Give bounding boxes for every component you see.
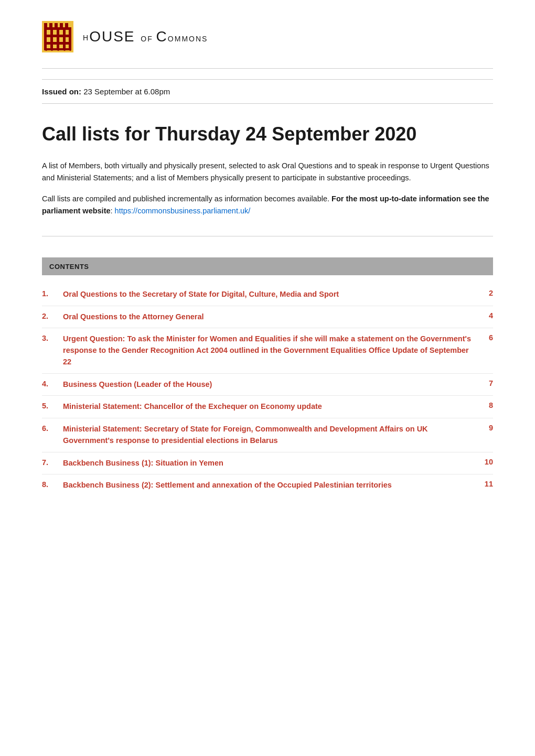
contents-num-2: 2. bbox=[42, 311, 63, 320]
svg-rect-3 bbox=[55, 23, 58, 27]
svg-point-16 bbox=[51, 49, 53, 51]
contents-title-2[interactable]: Oral Questions to the Attorney General bbox=[63, 311, 477, 323]
contents-section: CONTENTS 1. Oral Questions to the Secret… bbox=[42, 257, 493, 496]
contents-row-1: 1. Oral Questions to the Secretary of St… bbox=[42, 284, 493, 306]
svg-point-18 bbox=[63, 49, 66, 51]
svg-rect-5 bbox=[65, 23, 68, 27]
issued-value: 23 September at 6.08pm bbox=[83, 87, 170, 96]
contents-title-7[interactable]: Backbench Business (1): Situation in Yem… bbox=[63, 458, 477, 469]
house-of-commons-logo bbox=[42, 21, 73, 52]
contents-row-7: 7. Backbench Business (1): Situation in … bbox=[42, 452, 493, 475]
contents-page-3: 6 bbox=[477, 333, 493, 342]
description-1: A list of Members, both virtually and ph… bbox=[42, 160, 493, 184]
svg-rect-2 bbox=[49, 23, 52, 27]
contents-page-4: 7 bbox=[477, 379, 493, 387]
section-divider bbox=[42, 236, 493, 236]
description-2: Call lists are compiled and published in… bbox=[42, 193, 493, 217]
issued-section: Issued on: 23 September at 6.08pm bbox=[42, 79, 493, 104]
svg-rect-1 bbox=[44, 23, 47, 27]
contents-title-1[interactable]: Oral Questions to the Secretary of State… bbox=[63, 289, 477, 300]
svg-rect-4 bbox=[60, 23, 63, 27]
header-divider bbox=[42, 68, 493, 69]
contents-title-8[interactable]: Backbench Business (2): Settlement and a… bbox=[63, 480, 477, 491]
contents-page-8: 11 bbox=[477, 480, 493, 488]
contents-num-8: 8. bbox=[42, 480, 63, 489]
contents-page-2: 4 bbox=[477, 311, 493, 320]
contents-header-text: CONTENTS bbox=[49, 263, 89, 271]
contents-row-3: 3. Urgent Question: To ask the Minister … bbox=[42, 328, 493, 373]
contents-table: 1. Oral Questions to the Secretary of St… bbox=[42, 284, 493, 496]
contents-num-1: 1. bbox=[42, 289, 63, 298]
contents-page-6: 9 bbox=[477, 424, 493, 432]
contents-num-4: 4. bbox=[42, 379, 63, 388]
svg-rect-12 bbox=[63, 27, 66, 48]
contents-row-4: 4. Business Question (Leader of the Hous… bbox=[42, 374, 493, 396]
svg-point-19 bbox=[69, 49, 71, 51]
svg-rect-10 bbox=[50, 27, 53, 48]
main-title: Call lists for Thursday 24 September 202… bbox=[42, 123, 493, 145]
contents-row-6: 6. Ministerial Statement: Secretary of S… bbox=[42, 418, 493, 452]
issued-text: Issued on: 23 September at 6.08pm bbox=[42, 87, 493, 96]
contents-title-6[interactable]: Ministerial Statement: Secretary of Stat… bbox=[63, 424, 477, 447]
contents-page-1: 2 bbox=[477, 289, 493, 297]
contents-num-3: 3. bbox=[42, 333, 63, 342]
svg-rect-13 bbox=[69, 27, 71, 48]
contents-title-5[interactable]: Ministerial Statement: Chancellor of the… bbox=[63, 401, 477, 413]
svg-rect-11 bbox=[57, 27, 59, 48]
contents-title-3[interactable]: Urgent Question: To ask the Minister for… bbox=[63, 333, 477, 368]
contents-page-7: 10 bbox=[477, 458, 493, 466]
contents-row-2: 2. Oral Questions to the Attorney Genera… bbox=[42, 306, 493, 329]
svg-point-15 bbox=[45, 49, 47, 51]
contents-num-7: 7. bbox=[42, 458, 63, 467]
description-2-prefix: Call lists are compiled and published in… bbox=[42, 195, 331, 203]
page-header: HOUSE OF COMMONS bbox=[42, 21, 493, 52]
contents-row-5: 5. Ministerial Statement: Chancellor of … bbox=[42, 396, 493, 418]
header-title-text: HOUSE OF COMMONS bbox=[83, 28, 208, 45]
contents-header: CONTENTS bbox=[42, 257, 493, 275]
parliament-website-link[interactable]: https://commonsbusiness.parliament.uk/ bbox=[115, 207, 251, 215]
contents-row-8: 8. Backbench Business (2): Settlement an… bbox=[42, 474, 493, 496]
svg-rect-9 bbox=[44, 27, 47, 48]
contents-title-4[interactable]: Business Question (Leader of the House) bbox=[63, 379, 477, 391]
issued-label: Issued on: bbox=[42, 87, 81, 96]
svg-point-17 bbox=[57, 49, 59, 51]
contents-num-6: 6. bbox=[42, 424, 63, 433]
contents-num-5: 5. bbox=[42, 401, 63, 410]
contents-page-5: 8 bbox=[477, 401, 493, 409]
